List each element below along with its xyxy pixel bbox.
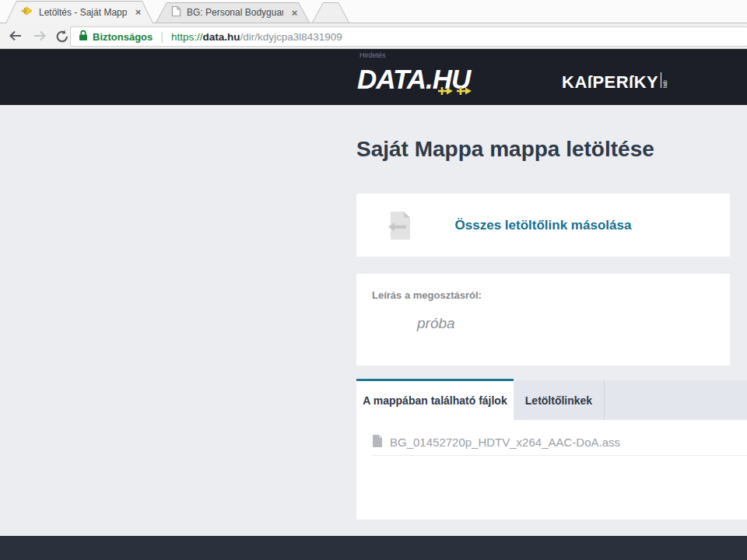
ad-banner[interactable]: Hirdetés DATA.HU KAſPERſKY lab (0, 49, 747, 105)
omnibox-separator: | (160, 30, 163, 43)
url-scheme: https:// (171, 31, 203, 43)
description-value: próba (417, 315, 455, 332)
security-label[interactable]: Biztonságos (93, 31, 153, 43)
ad-label: Hirdetés (359, 51, 386, 59)
tab-close-icon[interactable]: × (289, 7, 300, 19)
page-favicon-icon (171, 5, 181, 20)
tab-close-icon[interactable]: × (132, 6, 144, 18)
browser-toolbar: Biztonságos | https://data.hu/dir/kdyjcp… (0, 23, 747, 49)
file-row[interactable]: BG_01452720p_HDTV_x264_AAC-DoA.ass (372, 429, 747, 456)
file-list-panel: BG_01452720p_HDTV_x264_AAC-DoA.ass (356, 420, 747, 520)
data-hu-favicon-icon (21, 5, 33, 20)
folder-tab-strip: Letöltőlinkek (514, 380, 747, 420)
lock-icon (79, 30, 88, 44)
kaspersky-logo: KAſPERſKY lab (562, 72, 668, 93)
address-bar[interactable]: Biztonságos | https://data.hu/dir/kdyjcp… (70, 26, 747, 47)
copy-all-links-button[interactable]: Összes letöltőlink másolása (356, 194, 730, 257)
browser-tab-strip: Letöltés - Saját Mappa | [ × BG: Persona… (0, 0, 747, 23)
forward-icon (32, 29, 49, 44)
url-host: data.hu (202, 31, 240, 43)
tab-title: Letöltés - Saját Mappa | [ (39, 7, 127, 18)
tab-title: BG: Personal Bodyguard (187, 7, 283, 18)
browser-tab-active[interactable]: Letöltés - Saját Mappa | [ × (5, 1, 153, 23)
tab-download-links[interactable]: Letöltőlinkek (514, 380, 605, 420)
page-title: Saját Mappa mappa letöltése (356, 137, 654, 162)
kaspersky-wordmark: KAſPERſKY (562, 72, 658, 93)
description-label: Leírás a megosztásról: (372, 289, 482, 301)
url-path: /dir/kdyjcpa3l8431909 (240, 31, 342, 43)
data-hu-arrows-icon (437, 84, 475, 101)
page-footer (0, 536, 747, 560)
tab-folder-files[interactable]: A mappában található fájlok (356, 379, 514, 420)
copy-links-card: Összes letöltőlink másolása (356, 194, 730, 257)
back-icon[interactable] (8, 29, 25, 44)
new-tab-button[interactable] (312, 2, 349, 23)
kaspersky-lab-suffix: lab (661, 72, 668, 88)
file-icon (372, 434, 383, 451)
tab-fill (313, 3, 349, 23)
description-card: Leírás a megosztásról: próba (356, 274, 730, 366)
file-name: BG_01452720p_HDTV_x264_AAC-DoA.ass (390, 436, 620, 449)
url-text[interactable]: https://data.hu/dir/kdyjcpa3l8431909 (171, 31, 342, 43)
reload-icon[interactable] (54, 29, 72, 44)
browser-tab-inactive[interactable]: BG: Personal Bodyguard × (156, 2, 310, 23)
